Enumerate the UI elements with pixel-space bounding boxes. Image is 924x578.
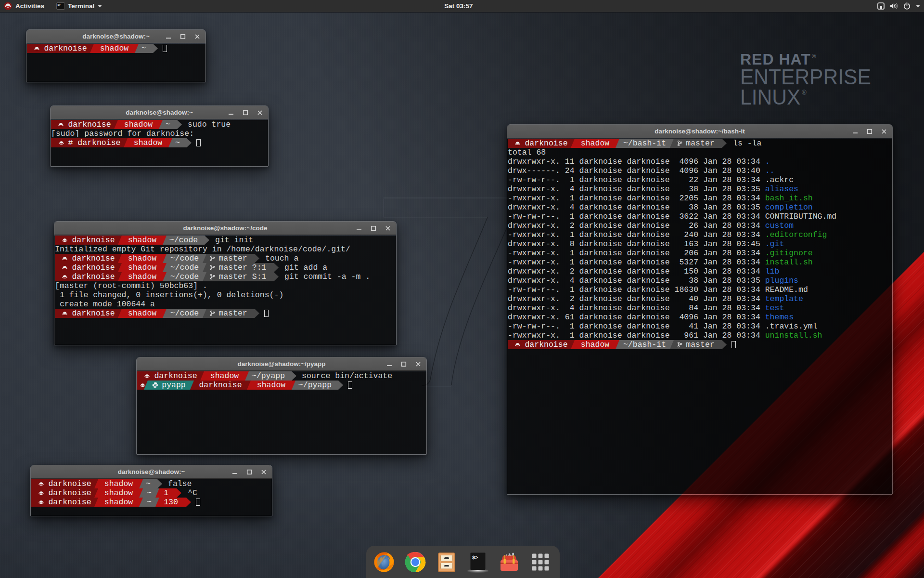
svg-text:$>: $> (472, 554, 478, 560)
